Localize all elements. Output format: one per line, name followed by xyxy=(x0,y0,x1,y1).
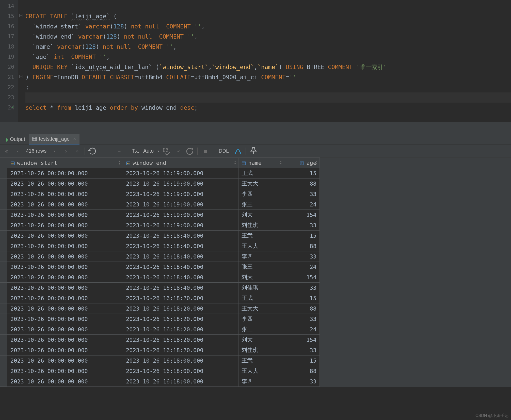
cell-name[interactable]: 刘大 xyxy=(238,210,284,220)
cell-window_start[interactable]: 2023-10-26 00:00:00.000 xyxy=(7,376,123,387)
cell-age[interactable]: 154 xyxy=(284,335,320,345)
sort-icon[interactable]: ▴▾ xyxy=(315,160,317,165)
cell-window_start[interactable]: 2023-10-26 00:00:00.000 xyxy=(7,220,123,231)
cell-age[interactable]: 88 xyxy=(284,366,320,376)
cell-window_end[interactable]: 2023-10-26 16:18:20.000 xyxy=(123,293,238,303)
add-row-button[interactable]: ＋ xyxy=(103,146,113,156)
cell-age[interactable]: 33 xyxy=(284,251,320,262)
cell-age[interactable]: 33 xyxy=(284,376,320,387)
row-count-label[interactable]: 416 rows xyxy=(24,148,49,154)
cell-window_end[interactable]: 2023-10-26 16:19:00.000 xyxy=(123,168,238,179)
cell-age[interactable]: 24 xyxy=(284,324,320,335)
cell-name[interactable]: 刘大 xyxy=(238,272,284,283)
cell-name[interactable]: 刘大 xyxy=(238,335,284,345)
table-row[interactable]: 2023-10-26 00:00:00.0002023-10-26 16:18:… xyxy=(0,251,320,262)
cell-name[interactable]: 刘佳琪 xyxy=(238,220,284,231)
cell-window_start[interactable]: 2023-10-26 00:00:00.000 xyxy=(7,356,123,366)
cell-window_start[interactable]: 2023-10-26 00:00:00.000 xyxy=(7,303,123,314)
cell-window_end[interactable]: 2023-10-26 16:18:20.000 xyxy=(123,314,238,324)
cell-name[interactable]: 王武 xyxy=(238,356,284,366)
cell-age[interactable]: 88 xyxy=(284,241,320,251)
fold-handle[interactable] xyxy=(19,75,23,78)
cell-window_start[interactable]: 2023-10-26 00:00:00.000 xyxy=(7,324,123,335)
code-line[interactable]: `window_end` varchar(128) not null COMME… xyxy=(25,31,511,42)
cell-window_start[interactable]: 2023-10-26 00:00:00.000 xyxy=(7,231,123,241)
cell-window_start[interactable]: 2023-10-26 00:00:00.000 xyxy=(7,251,123,262)
cell-age[interactable]: 154 xyxy=(284,210,320,220)
editor-fold-column[interactable] xyxy=(18,0,25,122)
sort-icon[interactable]: ▴▾ xyxy=(234,160,236,165)
cell-name[interactable]: 王武 xyxy=(238,231,284,241)
table-row[interactable]: 2023-10-26 00:00:00.0002023-10-26 16:18:… xyxy=(0,366,320,376)
code-line[interactable]: `name` varchar(128) not null COMMENT '', xyxy=(25,42,511,52)
cell-window_end[interactable]: 2023-10-26 16:18:40.000 xyxy=(123,231,238,241)
table-row[interactable]: 2023-10-26 00:00:00.0002023-10-26 16:19:… xyxy=(0,168,320,179)
next-page-button[interactable]: › xyxy=(61,146,71,156)
cell-age[interactable]: 33 xyxy=(284,345,320,356)
tx-dropdown-button[interactable]: ▾ xyxy=(155,146,161,156)
cell-age[interactable]: 33 xyxy=(284,220,320,231)
table-row[interactable]: 2023-10-26 00:00:00.0002023-10-26 16:19:… xyxy=(0,199,320,210)
cell-window_start[interactable]: 2023-10-26 00:00:00.000 xyxy=(7,210,123,220)
cell-window_start[interactable]: 2023-10-26 00:00:00.000 xyxy=(7,189,123,199)
table-row[interactable]: 2023-10-26 00:00:00.0002023-10-26 16:19:… xyxy=(0,189,320,199)
cell-window_start[interactable]: 2023-10-26 00:00:00.000 xyxy=(7,241,123,251)
revert-button[interactable] xyxy=(185,146,195,156)
cell-age[interactable]: 154 xyxy=(284,272,320,283)
cell-window_start[interactable]: 2023-10-26 00:00:00.000 xyxy=(7,262,123,272)
cell-name[interactable]: 王武 xyxy=(238,168,284,179)
table-row[interactable]: 2023-10-26 00:00:00.0002023-10-26 16:18:… xyxy=(0,241,320,251)
column-header-age[interactable]: 12age▴▾ xyxy=(284,158,320,168)
table-row[interactable]: 2023-10-26 00:00:00.0002023-10-26 16:19:… xyxy=(0,179,320,189)
code-line[interactable]: ; xyxy=(25,82,511,92)
table-row[interactable]: 2023-10-26 00:00:00.0002023-10-26 16:18:… xyxy=(0,376,320,387)
cell-window_start[interactable]: 2023-10-26 00:00:00.000 xyxy=(7,314,123,324)
cell-age[interactable]: 88 xyxy=(284,303,320,314)
cell-window_end[interactable]: 2023-10-26 16:19:00.000 xyxy=(123,199,238,210)
code-line[interactable]: `age` int COMMENT '', xyxy=(25,52,511,62)
table-row[interactable]: 2023-10-26 00:00:00.0002023-10-26 16:18:… xyxy=(0,293,320,303)
cell-window_end[interactable]: 2023-10-26 16:18:40.000 xyxy=(123,262,238,272)
fold-handle[interactable] xyxy=(19,14,23,17)
first-page-button[interactable]: « xyxy=(2,146,12,156)
cell-window_start[interactable]: 2023-10-26 00:00:00.000 xyxy=(7,283,123,293)
cell-window_end[interactable]: 2023-10-26 16:18:20.000 xyxy=(123,303,238,314)
table-row[interactable]: 2023-10-26 00:00:00.0002023-10-26 16:18:… xyxy=(0,262,320,272)
cell-age[interactable]: 15 xyxy=(284,168,320,179)
sql-editor[interactable]: 14151617181920212223✓24 CREATE TABLE `le… xyxy=(0,0,511,122)
last-page-button[interactable]: » xyxy=(72,146,82,156)
reload-button[interactable] xyxy=(87,146,98,156)
ddl-button[interactable]: DDL xyxy=(216,146,232,156)
cell-name[interactable]: 李四 xyxy=(238,251,284,262)
editor-code-area[interactable]: CREATE TABLE `leiji_age` ( `window_start… xyxy=(25,0,511,122)
cell-name[interactable]: 王大大 xyxy=(238,241,284,251)
prev-page-button[interactable]: ‹ xyxy=(13,146,23,156)
cell-name[interactable]: 张三 xyxy=(238,262,284,272)
cell-age[interactable]: 24 xyxy=(284,262,320,272)
code-line[interactable]: CREATE TABLE `leiji_age` ( xyxy=(25,11,511,21)
table-row[interactable]: 2023-10-26 00:00:00.0002023-10-26 16:18:… xyxy=(0,231,320,241)
cell-name[interactable]: 李四 xyxy=(238,376,284,387)
cell-window_end[interactable]: 2023-10-26 16:19:00.000 xyxy=(123,189,238,199)
cell-age[interactable]: 15 xyxy=(284,356,320,366)
cell-window_start[interactable]: 2023-10-26 00:00:00.000 xyxy=(7,366,123,376)
cell-name[interactable]: 王武 xyxy=(238,293,284,303)
sort-icon[interactable]: ▴▾ xyxy=(280,160,282,165)
table-row[interactable]: 2023-10-26 00:00:00.0002023-10-26 16:18:… xyxy=(0,324,320,335)
table-row[interactable]: 2023-10-26 00:00:00.0002023-10-26 16:18:… xyxy=(0,345,320,356)
cell-window_end[interactable]: 2023-10-26 16:18:00.000 xyxy=(123,356,238,366)
code-line[interactable]: ) ENGINE=InnoDB DEFAULT CHARSET=utf8mb4 … xyxy=(25,72,511,82)
cell-name[interactable]: 李四 xyxy=(238,189,284,199)
remove-row-button[interactable]: − xyxy=(114,146,124,156)
cell-name[interactable]: 王大大 xyxy=(238,303,284,314)
cell-age[interactable]: 15 xyxy=(284,231,320,241)
cell-window_end[interactable]: 2023-10-26 16:18:20.000 xyxy=(123,324,238,335)
cell-name[interactable]: 刘佳琪 xyxy=(238,283,284,293)
cell-name[interactable]: 李四 xyxy=(238,314,284,324)
table-row[interactable]: 2023-10-26 00:00:00.0002023-10-26 16:18:… xyxy=(0,356,320,366)
rows-dropdown-button[interactable]: ▾ xyxy=(50,146,60,156)
cell-window_end[interactable]: 2023-10-26 16:19:00.000 xyxy=(123,210,238,220)
code-line[interactable] xyxy=(25,92,511,103)
tx-mode[interactable]: Auto xyxy=(141,148,154,154)
code-line[interactable]: `window_start` varchar(128) not null COM… xyxy=(25,21,511,31)
